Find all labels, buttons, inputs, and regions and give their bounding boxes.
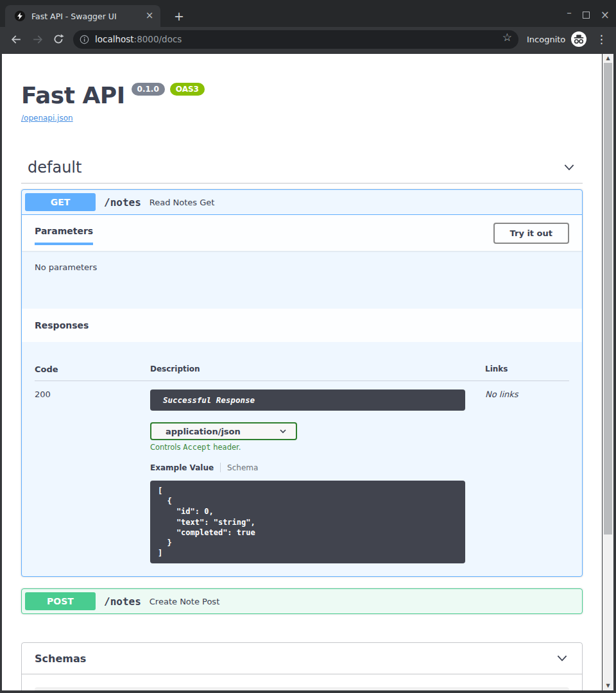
schemas-header[interactable]: Schemas [22,643,582,674]
post-notes-summary[interactable]: POST /notes Create Note Post [22,589,582,613]
new-tab-button[interactable]: + [171,8,187,25]
media-type-selected: application/json [166,427,241,436]
get-method-badge: GET [25,193,96,211]
collapse-chevron-icon[interactable] [562,160,576,175]
response-row-200: 200 Successful Response application/json [35,381,569,563]
schemas-title: Schemas [35,653,86,665]
parameters-header: Parameters Try it out [22,215,582,251]
api-info: Fast API0.1.0OAS3 /openapi.json [21,82,583,123]
response-description-box: Successful Response [150,389,465,411]
window-close-icon[interactable]: × [601,9,610,21]
tab-schema[interactable]: Schema [227,463,258,472]
scrollbar[interactable]: ▲ ▼ [603,54,613,690]
url-path: :8000/docs [134,34,182,44]
get-notes-opblock: GET /notes Read Notes Get Parameters Try… [21,189,583,577]
openapi-spec-link[interactable]: /openapi.json [21,114,583,123]
post-method-badge: POST [25,592,96,610]
reload-icon[interactable] [51,31,66,47]
no-parameters-text: No parameters [35,262,97,272]
default-tag-header[interactable]: default [21,158,583,184]
code-column-header: Code [35,364,150,374]
page-title: Fast API [21,82,125,108]
responses-header: Responses [22,309,582,342]
post-path: /notes [104,595,141,608]
accept-header-hint: Controls Accept header. [150,443,485,452]
default-tag-section: default GET /notes Read Notes Get Parame… [21,158,583,614]
window-maximize-icon[interactable] [583,12,590,19]
media-type-select[interactable]: application/json [150,422,297,440]
browser-menu-icon[interactable]: ⋮ [595,33,607,46]
try-it-out-button[interactable]: Try it out [493,223,569,244]
get-path: /notes [104,196,141,209]
description-column-header: Description [150,364,485,374]
example-json-block: [ { "id": 0, "text": "string", "complete… [150,481,465,563]
responses-body: Code Description Links 200 Successful Re… [22,342,582,576]
tab-divider [220,463,221,472]
browser-toolbar: localhost:8000/docs ☆ Incognito ⋮ [0,27,616,51]
note-model-container[interactable]: Note ❯ [35,687,569,690]
scrollbar-down-icon[interactable]: ▼ [603,681,613,690]
scrollbar-up-icon[interactable]: ▲ [603,54,613,63]
browser-tab[interactable]: Fast API - Swagger UI × [5,5,160,27]
tab-close-icon[interactable]: × [144,10,155,22]
browser-titlebar: Fast API - Swagger UI × + – × [0,0,616,27]
version-badge: 0.1.0 [132,83,165,96]
get-description: Read Notes Get [150,198,215,207]
fastapi-favicon-icon [14,10,26,22]
browser-viewport: Fast API0.1.0OAS3 /openapi.json default … [0,51,616,693]
links-column-header: Links [485,364,569,374]
example-schema-tabs: Example Value Schema [150,463,485,472]
parameters-body: No parameters [22,251,582,309]
address-bar[interactable]: localhost:8000/docs ☆ [73,30,518,49]
no-links-text: No links [485,389,569,563]
select-chevron-icon [278,426,288,436]
url-text[interactable]: localhost:8000/docs [95,34,182,44]
accept-code: Accept [183,443,210,452]
responses-title: Responses [35,314,569,337]
url-host: localhost [95,34,134,44]
get-notes-summary[interactable]: GET /notes Read Notes Get [22,190,582,215]
schemas-section: Schemas Note ❯ [21,642,583,690]
swagger-page: Fast API0.1.0OAS3 /openapi.json default … [2,54,602,690]
schemas-chevron-icon[interactable] [555,651,569,665]
post-description: Create Note Post [150,597,219,606]
incognito-label: Incognito [527,35,565,44]
responses-table-header: Code Description Links [35,352,569,381]
response-description-text: Successful Response [163,395,255,405]
default-tag-title: default [28,158,81,176]
tab-example-value[interactable]: Example Value [150,463,214,472]
post-notes-opblock: POST /notes Create Note Post [21,588,583,614]
forward-icon[interactable] [30,31,45,47]
window-minimize-icon[interactable]: – [567,6,572,23]
scrollbar-thumb[interactable] [604,63,612,535]
incognito-icon [571,31,586,47]
page-info-icon[interactable] [80,35,89,44]
back-icon[interactable] [8,31,24,47]
tab-parameters[interactable]: Parameters [35,221,93,245]
bookmark-star-icon[interactable]: ☆ [502,31,512,44]
oas3-badge: OAS3 [170,83,205,96]
tab-title: Fast API - Swagger UI [31,12,144,21]
response-code: 200 [35,389,150,563]
